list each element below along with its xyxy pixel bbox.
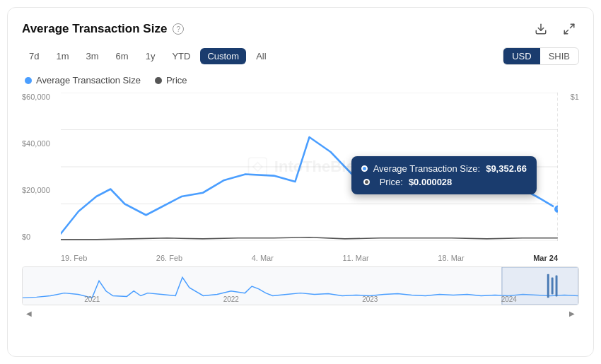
tooltip-avg-value: $9,352.66 xyxy=(486,163,527,174)
currency-shib[interactable]: SHIB xyxy=(540,48,578,64)
help-icon[interactable]: ? xyxy=(173,23,184,35)
filter-3m[interactable]: 3m xyxy=(79,48,106,64)
tooltip-price-value: $0.000028 xyxy=(409,177,452,187)
currency-toggle: USD SHIB xyxy=(503,47,579,65)
filter-custom[interactable]: Custom xyxy=(200,48,246,64)
filter-ytd[interactable]: YTD xyxy=(165,48,197,64)
filter-1y[interactable]: 1y xyxy=(139,48,163,64)
filter-1m[interactable]: 1m xyxy=(49,48,76,64)
y-axis-left: $60,000 $40,000 $20,000 $0 xyxy=(22,93,61,241)
svg-rect-14 xyxy=(552,277,554,294)
x-label-5: Mar 24 xyxy=(533,254,558,262)
legend-price-dot xyxy=(155,77,162,84)
y-label-0: $0 xyxy=(22,233,30,241)
x-label-4: 18. Mar xyxy=(438,254,464,262)
expand-button[interactable] xyxy=(559,19,579,39)
svg-rect-13 xyxy=(547,274,549,298)
header-right xyxy=(531,19,579,39)
legend-avg-dot xyxy=(25,77,32,84)
chart-title: Average Transaction Size xyxy=(22,22,167,36)
svg-rect-12 xyxy=(502,267,578,305)
main-chart-area: $60,000 $40,000 $20,000 $0 $1 IntoTheBlo… xyxy=(22,93,579,262)
filter-all[interactable]: All xyxy=(249,48,273,64)
tooltip-avg-label: Average Transaction Size: xyxy=(373,163,481,174)
x-axis: 19. Feb 26. Feb 4. Mar 11. Mar 18. Mar M… xyxy=(61,242,558,262)
filter-7d[interactable]: 7d xyxy=(22,48,46,64)
legend-avg-tx: Average Transaction Size xyxy=(25,75,141,86)
legend-price: Price xyxy=(155,75,187,86)
mini-chart-area: 2021 2022 2023 2024 xyxy=(22,266,579,305)
x-label-3: 11. Mar xyxy=(342,254,368,262)
tooltip-avg-row: Average Transaction Size: $9,352.66 xyxy=(361,163,527,174)
tooltip-price-row: Price: $0.000028 xyxy=(361,177,527,187)
tooltip-avg-dot xyxy=(361,165,368,172)
svg-rect-15 xyxy=(556,276,558,297)
y-label-20k: $20,000 xyxy=(22,186,50,194)
mini-chart-svg xyxy=(23,267,578,305)
legend-price-label: Price xyxy=(166,75,187,86)
card-header: Average Transaction Size ? xyxy=(22,19,579,39)
x-label-2: 4. Mar xyxy=(252,254,274,262)
svg-line-1 xyxy=(571,24,574,28)
svg-rect-11 xyxy=(23,267,578,305)
scroll-right[interactable]: ▶ xyxy=(566,308,578,319)
svg-point-9 xyxy=(554,205,558,214)
tooltip-price-label: Price: xyxy=(380,177,403,187)
svg-line-2 xyxy=(564,30,568,34)
header-left: Average Transaction Size ? xyxy=(22,22,184,36)
y-label-40k: $40,000 xyxy=(22,139,50,148)
tooltip-price-dot xyxy=(363,179,370,185)
x-label-0: 19. Feb xyxy=(61,254,87,262)
y-label-60k: $60,000 xyxy=(22,93,50,101)
download-button[interactable] xyxy=(531,19,551,39)
filter-buttons: 7d 1m 3m 6m 1y YTD Custom All xyxy=(22,48,274,64)
filter-6m[interactable]: 6m xyxy=(109,48,136,64)
x-label-1: 26. Feb xyxy=(156,254,182,262)
chart-legend: Average Transaction Size Price xyxy=(22,75,579,86)
y-axis-right: $1 xyxy=(558,93,579,241)
currency-usd[interactable]: USD xyxy=(503,48,539,64)
chart-tooltip: Average Transaction Size: $9,352.66 Pric… xyxy=(351,156,537,194)
time-filters: 7d 1m 3m 6m 1y YTD Custom All USD SHIB xyxy=(22,47,579,65)
chart-card: Average Transaction Size ? xyxy=(7,7,594,357)
y-label-price-1: $1 xyxy=(571,93,579,101)
scroll-left[interactable]: ◀ xyxy=(23,308,35,319)
legend-avg-label: Average Transaction Size xyxy=(36,75,141,86)
